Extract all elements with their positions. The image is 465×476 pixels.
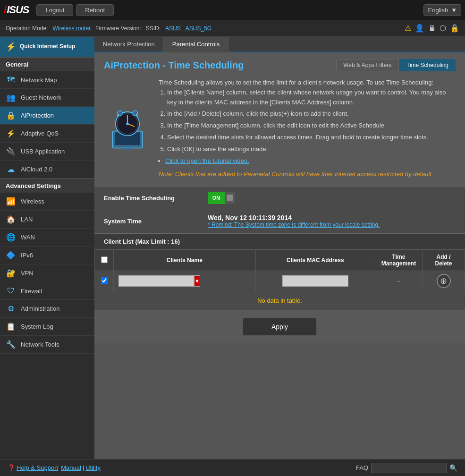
sidebar-item-vpn[interactable]: 🔐 VPN — [0, 264, 94, 282]
steps-list: In the [Clients Name] column, select the… — [167, 88, 456, 154]
sidebar-item-aicloud[interactable]: ☁ AiCloud 2.0 — [0, 161, 94, 178]
wan-icon: 🌐 — [6, 233, 16, 242]
sidebar-item-label: WAN — [21, 234, 35, 241]
advanced-section-label: Advanced Settings — [0, 178, 94, 193]
status-icons: ⚠ 👤 🖥 ⬡ 🔒 — [405, 24, 459, 33]
enable-time-scheduling-label: Enable Time Scheduling — [104, 195, 208, 202]
sidebar-item-label: Wireless — [21, 198, 44, 205]
svg-point-7 — [126, 122, 128, 125]
sidebar-item-usb-application[interactable]: 🔌 USB Application — [0, 143, 94, 161]
sidebar-item-adaptive-qos[interactable]: ⚡ Adaptive QoS — [0, 125, 94, 143]
faq-search-input[interactable] — [371, 463, 447, 473]
tutorial-link[interactable]: Click to open the tutorial video. — [165, 157, 249, 164]
add-client-button[interactable]: ⊕ — [437, 274, 451, 288]
faq-label: FAQ — [356, 464, 368, 471]
web-apps-filter-button[interactable]: Web & Apps Filters — [336, 59, 398, 71]
sidebar-item-guest-network[interactable]: 👥 Guest Network — [0, 89, 94, 107]
dropdown-arrow[interactable]: ▼ — [194, 275, 200, 287]
step-2: In the [Add / Delete] column, click the … — [167, 109, 456, 119]
quick-internet-setup[interactable]: ⚡ Quick Internet Setup — [0, 37, 94, 57]
search-icon[interactable]: 🔍 — [449, 464, 457, 472]
system-time-label: System Time — [104, 218, 208, 225]
clients-name-cell: ▼ — [114, 271, 256, 291]
add-delete-header: Add / Delete — [423, 250, 465, 271]
info-text-block: Time Scheduling allows you to set the ti… — [159, 78, 456, 179]
sidebar-item-aiprotection[interactable]: 🔒 AiProtection — [0, 107, 94, 125]
time-management-cell: – — [375, 271, 423, 291]
apply-button[interactable]: Apply — [243, 318, 317, 336]
vpn-icon: 🔐 — [6, 269, 16, 278]
time-scheduling-button[interactable]: Time Scheduling — [399, 59, 456, 71]
operation-mode-value[interactable]: Wireless router — [52, 25, 91, 32]
logout-button[interactable]: Logout — [36, 4, 73, 16]
sidebar-item-ipv6[interactable]: 🔷 IPv6 — [0, 246, 94, 264]
system-time-note[interactable]: * Remind: The System time zone is differ… — [208, 221, 456, 228]
clients-name-input[interactable] — [118, 275, 194, 287]
no-data-message: No data in table. — [94, 291, 465, 310]
step-3: In the [Time Management] column, click t… — [167, 121, 456, 131]
language-selector[interactable]: English ▼ — [423, 4, 461, 16]
toggle-knob-area — [225, 192, 235, 204]
aiprotection-icon: 🔒 — [6, 111, 16, 120]
utility-link[interactable]: Utility — [85, 464, 101, 471]
bottom-bar: ❓ Help & Support Manual | Utility FAQ 🔍 — [0, 459, 465, 476]
sidebar-item-label: USB Application — [21, 148, 65, 155]
sidebar-item-label: IPv6 — [21, 252, 33, 259]
sidebar-item-system-log[interactable]: 📋 System Log — [0, 318, 94, 336]
clients-mac-input[interactable] — [282, 275, 348, 287]
page-title: AiProtection - Time Scheduling — [104, 60, 244, 71]
sidebar-item-label: Adaptive QoS — [21, 130, 59, 137]
clock-image — [104, 78, 151, 179]
lan-icon: 🏠 — [6, 215, 16, 224]
add-delete-cell: ⊕ — [423, 271, 465, 291]
main-layout: ⚡ Quick Internet Setup General 🗺 Network… — [0, 37, 465, 459]
clients-name-header: Clients Name — [114, 250, 256, 271]
clients-mac-header: Clients MAC Address — [255, 250, 375, 271]
usb-icon: ⬡ — [440, 24, 446, 33]
sidebar-item-label: LAN — [21, 216, 33, 223]
enable-time-scheduling-row: Enable Time Scheduling ON — [94, 187, 465, 209]
sidebar-item-administration[interactable]: ⚙ Administration — [0, 300, 94, 318]
tab-network-protection[interactable]: Network Protection — [94, 37, 164, 51]
ssid2[interactable]: ASUS_5G — [186, 25, 211, 32]
sidebar-item-label: Guest Network — [21, 94, 61, 101]
reboot-button[interactable]: Reboot — [76, 4, 114, 16]
status-bar: Operation Mode: Wireless router Firmware… — [0, 20, 465, 37]
system-time-row: System Time Wed, Nov 12 10:11:39 2014 * … — [94, 209, 465, 233]
help-support-link[interactable]: Help & Support — [17, 464, 58, 471]
tutorial-link-list: Click to open the tutorial video. — [165, 156, 456, 166]
sidebar-item-network-map[interactable]: 🗺 Network Map — [0, 71, 94, 89]
enable-time-scheduling-toggle[interactable]: ON — [208, 192, 235, 204]
toggle-on-label: ON — [208, 192, 225, 204]
bottom-search: FAQ 🔍 — [356, 463, 457, 473]
general-section-label: General — [0, 57, 94, 71]
sidebar-item-wireless[interactable]: 📶 Wireless — [0, 193, 94, 211]
adaptive-qos-icon: ⚡ — [6, 129, 16, 138]
firmware-label: Firmware Version: — [95, 25, 141, 32]
sidebar-item-firewall[interactable]: 🛡 Firewall — [0, 282, 94, 300]
sidebar-item-network-tools[interactable]: 🔧 Network Tools — [0, 336, 94, 354]
content-header: AiProtection - Time Scheduling Web & App… — [94, 52, 465, 78]
ssid1[interactable]: ASUS — [165, 25, 181, 32]
row-checkbox[interactable] — [101, 277, 108, 284]
top-bar: / ISUS Logout Reboot English ▼ — [0, 0, 465, 20]
asus-logo: / ISUS — [4, 4, 29, 16]
step-4: Select the desired time slots for allowe… — [167, 133, 456, 143]
sidebar-item-wan[interactable]: 🌐 WAN — [0, 229, 94, 246]
manual-link[interactable]: Manual — [61, 464, 81, 471]
wireless-icon: 📶 — [6, 197, 16, 206]
operation-mode-label: Operation Mode: — [6, 25, 48, 32]
usb-application-icon: 🔌 — [6, 147, 16, 156]
sidebar-item-label: AiCloud 2.0 — [21, 166, 52, 173]
tab-parental-controls[interactable]: Parental Controls — [164, 37, 228, 52]
select-all-checkbox[interactable] — [101, 256, 108, 263]
warning-icon: ⚠ — [405, 24, 411, 33]
system-time-value: Wed, Nov 12 10:11:39 2014 — [208, 214, 456, 221]
sidebar-item-lan[interactable]: 🏠 LAN — [0, 211, 94, 229]
network-map-icon: 🗺 — [6, 76, 16, 84]
sidebar-item-label: Administration — [21, 305, 59, 312]
form-section: Enable Time Scheduling ON System Time We — [94, 187, 465, 233]
quick-setup-label: Quick Internet Setup — [20, 43, 75, 51]
client-table: Clients Name Clients MAC Address Time Ma… — [94, 249, 465, 291]
sidebar-item-label: System Log — [21, 323, 53, 330]
